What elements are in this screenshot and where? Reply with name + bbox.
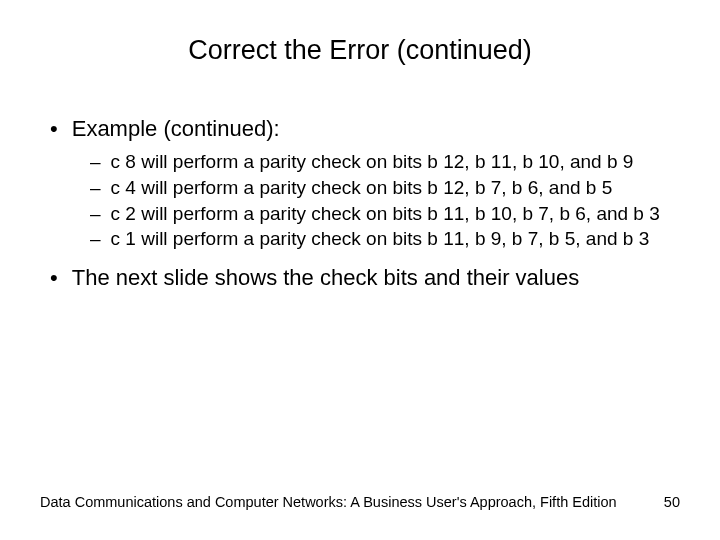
main-bullet-list: The next slide shows the check bits and … <box>40 265 680 291</box>
footer-text: Data Communications and Computer Network… <box>40 494 617 510</box>
slide-footer: Data Communications and Computer Network… <box>40 494 680 510</box>
sub-text: c 4 will perform a parity check on bits … <box>111 176 613 200</box>
bullet-text: Example (continued): <box>72 116 280 142</box>
main-bullet-list: Example (continued): <box>40 116 680 142</box>
bullet-item: The next slide shows the check bits and … <box>50 265 680 291</box>
slide-title: Correct the Error (continued) <box>40 35 680 66</box>
bullet-text: The next slide shows the check bits and … <box>72 265 580 291</box>
bullet-item: Example (continued): <box>50 116 680 142</box>
sub-item: c 1 will perform a parity check on bits … <box>90 227 680 251</box>
sub-item: c 4 will perform a parity check on bits … <box>90 176 680 200</box>
sub-item: c 8 will perform a parity check on bits … <box>90 150 680 174</box>
sub-item: c 2 will perform a parity check on bits … <box>90 202 680 226</box>
sub-text: c 1 will perform a parity check on bits … <box>111 227 650 251</box>
sub-bullet-list: c 8 will perform a parity check on bits … <box>40 150 680 251</box>
page-number: 50 <box>664 494 680 510</box>
sub-text: c 2 will perform a parity check on bits … <box>111 202 660 226</box>
sub-text: c 8 will perform a parity check on bits … <box>111 150 634 174</box>
